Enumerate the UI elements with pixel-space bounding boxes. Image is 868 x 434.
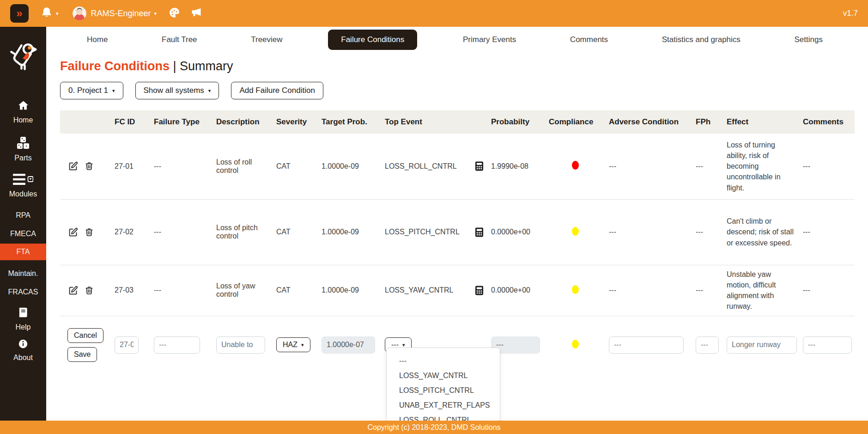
calculator-icon[interactable] [475, 286, 484, 295]
tab-statistics-and-graphics[interactable]: Statistics and graphics [654, 30, 749, 49]
description-input[interactable] [216, 336, 265, 354]
sidebar-item-maintain[interactable]: Maintain. [0, 269, 46, 278]
cell-target-prob: 1.0000e-09 [318, 265, 381, 316]
double-chevron-icon: » [16, 8, 22, 19]
cell-top-event: LOSS_ROLL_CNTRL [385, 162, 457, 171]
notifications-button[interactable]: ▾ [41, 6, 59, 20]
target-prob-input [322, 336, 375, 354]
dropdown-option[interactable]: --- [387, 354, 500, 368]
column-header-actions [60, 110, 111, 134]
fc-id-input[interactable] [115, 336, 139, 354]
cell-comments: --- [799, 265, 855, 316]
table-header-row: FC ID Failure Type Description Severity … [60, 110, 855, 134]
tab-comments[interactable]: Comments [562, 30, 616, 49]
tab-fault-tree[interactable]: Fault Tree [153, 30, 206, 49]
adverse-condition-input[interactable] [609, 336, 684, 354]
tab-settings[interactable]: Settings [786, 30, 831, 49]
comments-input[interactable] [803, 336, 852, 354]
sidebar-collapse-button[interactable]: » [10, 4, 29, 23]
chevron-down-icon: ▾ [301, 342, 304, 348]
sidebar-item-fta[interactable]: FTA [0, 244, 46, 260]
systems-filter-select[interactable]: Show all systems▾ [135, 82, 219, 99]
sidebar-item-label: About [13, 354, 33, 362]
cell-probability: 0.0000e+00 [487, 265, 545, 316]
column-header-description: Description [212, 110, 273, 134]
edit-icon[interactable] [68, 161, 78, 171]
save-button[interactable]: Save [67, 347, 97, 362]
info-icon [18, 339, 28, 351]
cell-failure-type: --- [150, 265, 212, 316]
page-title-sub: | Summary [173, 59, 233, 73]
sidebar-item-parts[interactable]: Parts [0, 136, 46, 162]
cancel-button[interactable]: Cancel [67, 328, 103, 343]
compliance-status-dot [572, 161, 579, 170]
sidebar-item-rpa[interactable]: RPA [0, 211, 46, 220]
column-header-severity: Severity [273, 110, 318, 134]
column-header-comments: Comments [799, 110, 855, 134]
avatar [73, 6, 86, 20]
tab-failure-conditions[interactable]: Failure Conditions [328, 30, 417, 50]
cell-target-prob: 1.0000e-09 [318, 134, 381, 199]
theme-palette-button[interactable] [169, 7, 180, 20]
delete-icon[interactable] [85, 227, 94, 237]
cell-fph: --- [692, 199, 723, 265]
failure-type-input[interactable] [154, 336, 200, 354]
top-bar: » ▾ RAMS-Engineer ▾ v1.7 [0, 0, 868, 27]
calculator-icon[interactable] [475, 161, 484, 171]
cell-description: Loss of pitch control [212, 199, 273, 265]
sidebar-item-label: RPA [16, 211, 30, 220]
sidebar-item-modules[interactable]: Modules [0, 173, 46, 198]
user-menu[interactable]: RAMS-Engineer ▾ [73, 6, 157, 20]
dropdown-option[interactable]: LOSS_PITCH_CNTRL [387, 383, 500, 398]
tab-primary-events[interactable]: Primary Events [455, 30, 524, 49]
project-select[interactable]: 0. Project 1▾ [60, 82, 123, 99]
sidebar: Home Parts Modules RPA FMECA FTA Maintai… [0, 27, 46, 421]
cell-effect: Unstable yaw motion, difficult alignment… [727, 269, 795, 312]
cell-target-prob: 1.0000e-09 [318, 199, 381, 265]
chevron-down-icon: ▾ [208, 88, 211, 93]
sidebar-item-label: Parts [14, 154, 31, 162]
add-failure-condition-button[interactable]: Add Failure Condition [231, 82, 323, 99]
footer: Copyright (c) 2018-2023, DMD Solutions [0, 421, 868, 434]
edit-icon[interactable] [68, 286, 78, 295]
effect-input[interactable] [727, 336, 797, 354]
calculator-icon[interactable] [475, 227, 484, 237]
delete-icon[interactable] [85, 286, 94, 295]
dropdown-option[interactable]: LOSS_YAW_CNTRL [387, 368, 500, 383]
cell-fc-id: 27-02 [111, 199, 150, 265]
cell-top-event: LOSS_PITCH_CNTRL [385, 228, 460, 236]
tab-home[interactable]: Home [79, 30, 116, 49]
sidebar-item-home[interactable]: Home [0, 100, 46, 124]
column-header-probability: Probabilty [487, 110, 545, 134]
compliance-status-dot [572, 340, 579, 348]
severity-select[interactable]: HAZ▾ [276, 337, 310, 352]
cell-top-event: LOSS_YAW_CNTRL [385, 286, 453, 294]
app-logo [9, 42, 37, 73]
book-icon [17, 306, 29, 320]
announcements-button[interactable] [190, 7, 203, 20]
chevron-down-icon: ▾ [56, 11, 59, 16]
column-header-target-prob: Target Prob. [318, 110, 381, 134]
sidebar-item-about[interactable]: About [0, 339, 46, 362]
modules-menu-icon [13, 173, 33, 187]
cell-fph: --- [692, 265, 723, 316]
cell-probability: 1.9990e-08 [487, 134, 545, 199]
fph-input[interactable] [696, 336, 719, 354]
column-header-compliance: Compliance [545, 110, 605, 134]
cell-failure-type: --- [150, 134, 212, 199]
sidebar-item-fmeca[interactable]: FMECA [0, 230, 46, 238]
cell-fc-id: 27-03 [111, 265, 150, 316]
edit-icon[interactable] [68, 227, 78, 237]
sidebar-item-fracas[interactable]: FRACAS [0, 288, 46, 296]
tab-treeview[interactable]: Treeview [243, 30, 291, 49]
sidebar-item-help[interactable]: Help [0, 306, 46, 331]
column-header-fc-id: FC ID [111, 110, 150, 134]
column-header-fph: FPh [692, 110, 723, 134]
table-row: 27-01 --- Loss of roll control CAT 1.000… [60, 134, 855, 199]
delete-icon[interactable] [85, 161, 94, 171]
chevron-down-icon: ▾ [112, 88, 115, 93]
palette-icon [169, 7, 180, 20]
dropdown-option[interactable]: UNAB_EXT_RETR_FLAPS [387, 398, 500, 413]
sidebar-item-label: Maintain. [8, 269, 38, 278]
sidebar-item-label: Home [13, 116, 33, 124]
